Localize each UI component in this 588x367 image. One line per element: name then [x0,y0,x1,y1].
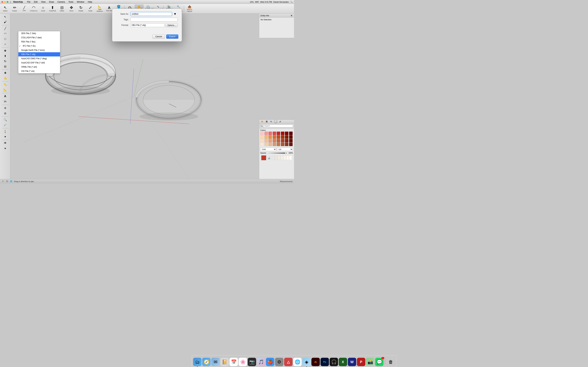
dialog-body: Save As: ▼ Tags: Where: Desktop ▼ Format… [112,8,182,33]
dialog-overlay: Save As: ▼ Tags: Where: Desktop ▼ Format… [0,0,294,184]
dropdown-arrow-btn[interactable]: ▼ [172,12,178,16]
format-selected-label: OBJ File (*.obj) [132,24,146,26]
tags-label: Tags: [116,18,130,21]
tags-input[interactable] [130,18,178,22]
options-button[interactable]: Options... [165,23,178,27]
format-dropdown[interactable]: OBJ File (*.obj) [130,23,164,27]
cancel-button[interactable]: Cancel [152,34,165,39]
format-label: Format: [116,24,130,26]
export-button[interactable]: Export [166,34,178,39]
save-as-label: Save As: [116,13,130,15]
filename-input[interactable] [130,12,172,16]
save-as-dialog: Save As: ▼ Tags: Where: Desktop ▼ Format… [112,8,182,42]
dialog-buttons: Cancel Export [112,33,182,42]
tags-row: Tags: [116,18,178,22]
format-row: Format: OBJ File (*.obj) Options... [116,23,178,27]
save-as-row: Save As: ▼ [116,12,178,16]
format-select-wrap: OBJ File (*.obj) Options... [130,23,178,27]
